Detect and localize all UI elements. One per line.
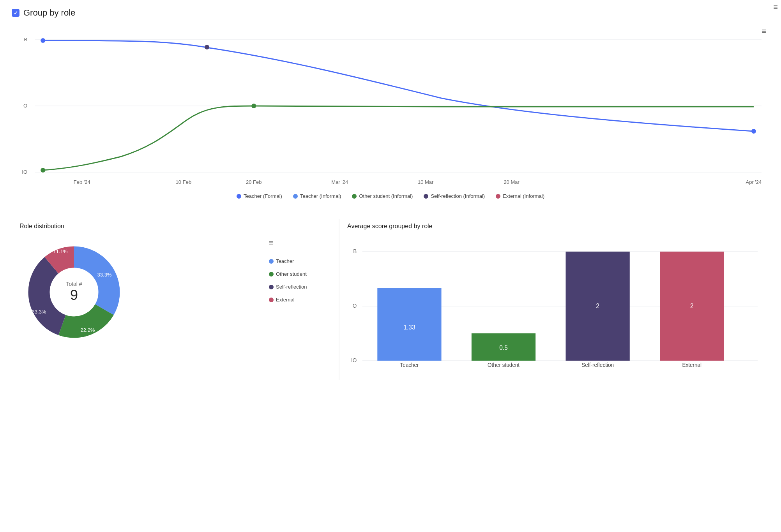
svg-text:22.2%: 22.2%: [81, 327, 95, 333]
donut-center: Total # 9: [66, 281, 82, 303]
group-by-role-checkbox[interactable]: [12, 9, 19, 17]
bottom-section: Role distribution: [12, 219, 769, 380]
svg-text:10 Mar: 10 Mar: [418, 179, 434, 185]
donut-total-label: Total #: [66, 281, 82, 287]
middle-legend-section: ≡ Teacher Other student Self-reflection …: [261, 219, 339, 380]
svg-point-16: [41, 168, 45, 173]
role-distribution-title: Role distribution: [19, 223, 253, 230]
svg-point-13: [205, 45, 209, 49]
legend-external-informal: External (Informal): [496, 193, 544, 199]
svg-text:B: B: [24, 37, 27, 42]
svg-text:2: 2: [596, 303, 599, 309]
avg-score-header: Average score grouped by role ≡: [347, 223, 762, 238]
svg-text:O: O: [23, 103, 27, 109]
svg-text:33.3%: 33.3%: [32, 309, 46, 315]
svg-point-15: [41, 38, 45, 43]
line-chart-menu-button[interactable]: ≡: [762, 27, 766, 35]
avg-score-section: Average score grouped by role ≡ B O IO: [339, 219, 769, 380]
legend-teacher-informal: Teacher (Informal): [293, 193, 341, 199]
svg-text:Other student: Other student: [488, 362, 519, 368]
svg-point-14: [751, 129, 756, 134]
middle-menu-button[interactable]: ≡: [269, 238, 331, 247]
svg-point-17: [251, 104, 256, 108]
svg-text:10 Feb: 10 Feb: [176, 179, 192, 185]
legend-self-reflection-informal: Self-reflection (Informal): [424, 193, 485, 199]
svg-text:2: 2: [690, 303, 694, 309]
bar-chart-svg: B O IO 1.33 Teacher 0.5 Other student: [347, 244, 762, 368]
avg-score-menu-button[interactable]: ≡: [773, 3, 778, 11]
page-title: Group by role: [23, 8, 75, 18]
header-row: Group by role: [12, 8, 769, 18]
middle-legend-self-reflection: Self-reflection: [269, 284, 331, 290]
svg-text:IO: IO: [22, 169, 27, 175]
donut-area: 33.3% 22.2% 33.3% 11.1% Total # 9: [19, 238, 253, 347]
legend-teacher-formal: Teacher (Formal): [237, 193, 282, 199]
svg-text:B: B: [353, 248, 357, 254]
middle-legend-teacher: Teacher: [269, 258, 331, 264]
svg-text:20 Feb: 20 Feb: [246, 179, 262, 185]
svg-text:20 Mar: 20 Mar: [504, 179, 519, 185]
svg-text:Feb '24: Feb '24: [74, 179, 90, 185]
svg-text:O: O: [353, 303, 357, 309]
avg-score-title: Average score grouped by role: [347, 223, 433, 230]
svg-text:External: External: [682, 362, 701, 368]
legend-other-student-informal: Other student (Informal): [352, 193, 413, 199]
svg-text:Apr '24: Apr '24: [746, 179, 762, 185]
svg-text:Teacher: Teacher: [400, 362, 419, 368]
svg-text:Self-reflection: Self-reflection: [581, 362, 614, 368]
svg-text:11.1%: 11.1%: [53, 248, 68, 254]
svg-text:Mar '24: Mar '24: [331, 179, 348, 185]
line-chart-svg: B O IO Feb '24 10 Feb 20 Feb Mar '24 10 …: [12, 24, 769, 188]
bar-chart-area: B O IO 1.33 Teacher 0.5 Other student: [347, 244, 762, 376]
role-distribution-section: Role distribution: [12, 219, 261, 380]
donut-total-value: 9: [66, 287, 82, 303]
donut-chart: 33.3% 22.2% 33.3% 11.1% Total # 9: [19, 238, 129, 347]
svg-text:33.3%: 33.3%: [97, 272, 112, 278]
svg-text:1.33: 1.33: [403, 324, 415, 331]
line-chart-container: ≡ B O IO Feb '24 10 Feb 20 Feb Mar '24 1…: [12, 24, 769, 211]
middle-legend-other-student: Other student: [269, 271, 331, 277]
middle-legend-external: External: [269, 297, 331, 303]
svg-text:IO: IO: [351, 358, 357, 363]
line-chart-legend: Teacher (Formal) Teacher (Informal) Othe…: [12, 189, 769, 203]
svg-text:0.5: 0.5: [499, 344, 508, 351]
